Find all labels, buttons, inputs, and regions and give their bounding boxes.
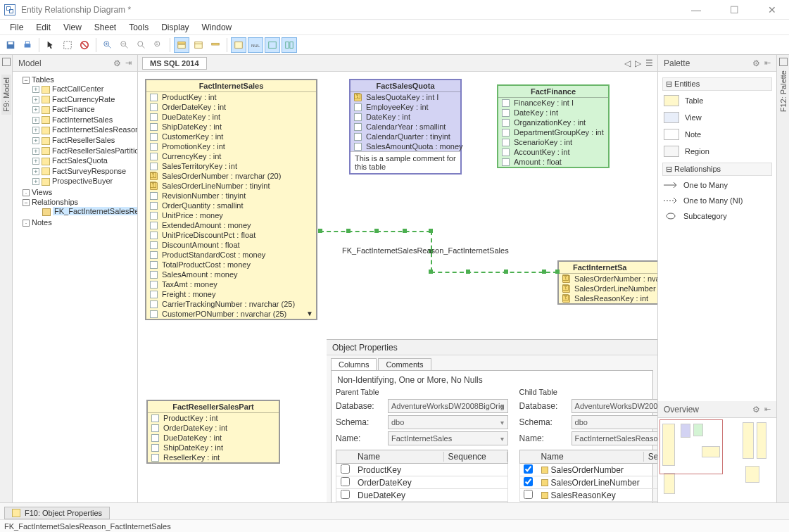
expand-icon[interactable]: + bbox=[32, 106, 39, 113]
opt1-icon[interactable] bbox=[231, 37, 246, 53]
entity-column[interactable]: ProductKey : int bbox=[148, 413, 279, 423]
tree-item-table[interactable]: FactResellerSales bbox=[52, 136, 115, 144]
handle-icon[interactable] bbox=[542, 270, 546, 274]
nav-prev-icon[interactable]: ◁ bbox=[624, 58, 631, 68]
entity-column[interactable]: CalendarQuarter : tinyint bbox=[351, 132, 460, 141]
entity-column[interactable]: SalesQuotaKey : int I bbox=[351, 92, 460, 102]
pin-icon[interactable]: ⇥ bbox=[125, 58, 132, 68]
entity-column[interactable]: SalesTerritoryKey : int bbox=[146, 161, 316, 171]
entity-column[interactable]: SalesAmountQuota : money bbox=[351, 141, 460, 151]
zoom-in-icon[interactable] bbox=[100, 37, 115, 53]
entity-factinternetsales[interactable]: FactInternetSales ProductKey : intOrderD… bbox=[145, 79, 317, 320]
entity-column[interactable]: CalendarYear : smallint bbox=[351, 122, 460, 132]
menu-window[interactable]: Window bbox=[196, 21, 238, 34]
tree-item-table[interactable]: FactFinance bbox=[52, 105, 95, 113]
nav-list-icon[interactable]: ☰ bbox=[645, 58, 653, 68]
entity-column[interactable]: DiscountAmount : float bbox=[146, 240, 316, 250]
entity-column[interactable]: CustomerPONumber : nvarchar (25) bbox=[146, 309, 316, 319]
entity-factinternetsalesreason[interactable]: FactInternetSa SalesOrderNumber : nvarch… bbox=[557, 260, 657, 305]
rail-pin-icon[interactable] bbox=[779, 58, 788, 66]
entity-column[interactable]: ScenarioKey : int bbox=[498, 137, 608, 147]
expand-icon[interactable]: + bbox=[32, 178, 39, 185]
expand-icon[interactable]: + bbox=[32, 158, 39, 165]
palette-item-otm-ni[interactable]: One to Many (NI) bbox=[662, 193, 772, 208]
grid-row[interactable]: OrderDateKey bbox=[336, 476, 508, 489]
entity-column[interactable]: OrderDateKey : int bbox=[148, 423, 279, 433]
menu-file[interactable]: File bbox=[4, 21, 29, 34]
tree-item-table[interactable]: FactInternetSalesReason bbox=[52, 125, 137, 134]
entity-column[interactable]: CurrencyKey : int bbox=[146, 151, 316, 161]
bottom-tab-object-properties[interactable]: F10: Object Properties bbox=[4, 507, 110, 519]
entity-column[interactable]: SalesOrderLineNumber : tinyint bbox=[559, 284, 657, 293]
entity-column[interactable]: ProductStandardCost : money bbox=[146, 250, 316, 260]
entity-column[interactable]: PromotionKey : int bbox=[146, 141, 316, 151]
expand-arrow-icon[interactable]: ▼ bbox=[306, 310, 313, 317]
opt3-icon[interactable] bbox=[265, 37, 280, 53]
entity-column[interactable]: EmployeeKey : int bbox=[351, 102, 460, 112]
entity-column[interactable]: UnitPriceDiscountPct : float bbox=[146, 230, 316, 240]
handle-icon[interactable] bbox=[374, 229, 379, 233]
entity-factresellersalespart[interactable]: FactResellerSalesPart ProductKey : intOr… bbox=[146, 400, 280, 464]
handle-icon[interactable] bbox=[466, 270, 470, 274]
tab-columns[interactable]: Columns bbox=[331, 358, 377, 370]
pin-icon[interactable]: ⇤ bbox=[764, 405, 771, 414]
entity-column[interactable]: SalesOrderLineNumber : tinyint bbox=[146, 181, 316, 191]
entity-column[interactable]: ProductKey : int bbox=[146, 92, 316, 102]
parent-schema-combo[interactable]: dbo bbox=[388, 415, 508, 429]
menu-edit[interactable]: Edit bbox=[30, 21, 56, 34]
rail-pin-icon[interactable] bbox=[2, 58, 11, 66]
palette-item-otm[interactable]: One to Many bbox=[662, 177, 772, 193]
row-checkbox[interactable] bbox=[341, 464, 350, 474]
menu-sheet[interactable]: Sheet bbox=[89, 21, 122, 34]
print-icon[interactable] bbox=[20, 37, 35, 53]
tree-item-table[interactable]: FactCallCenter bbox=[52, 84, 103, 93]
parent-name-combo[interactable]: FactInternetSales bbox=[388, 431, 508, 445]
tree-item-table[interactable]: FactInternetSales bbox=[52, 115, 113, 124]
entity-column[interactable]: ResellerKey : int bbox=[148, 452, 279, 462]
grid-row[interactable]: ProductKey bbox=[336, 464, 508, 476]
entity-factfinance[interactable]: FactFinance FinanceKey : int IDateKey : … bbox=[497, 84, 610, 168]
entity-column[interactable]: ShipDateKey : int bbox=[148, 443, 279, 452]
show-cols-icon[interactable] bbox=[174, 37, 189, 53]
expand-icon[interactable]: + bbox=[32, 117, 39, 124]
gear-icon[interactable]: ⚙ bbox=[752, 58, 760, 68]
entity-column[interactable]: OrderDateKey : int bbox=[146, 102, 316, 112]
canvas-tab[interactable]: MS SQL 2014 bbox=[142, 57, 207, 70]
child-name-combo[interactable]: FactInternetSalesReason bbox=[572, 431, 657, 445]
handle-icon[interactable] bbox=[318, 229, 322, 233]
tree-toggle-notes[interactable]: · bbox=[23, 220, 30, 227]
handle-icon[interactable] bbox=[429, 270, 433, 274]
entity-column[interactable]: SalesOrderNumber : nvarchar bbox=[559, 274, 657, 284]
minimize-button[interactable]: — bbox=[683, 4, 709, 15]
grid-row[interactable]: SalesReasonKey bbox=[519, 489, 657, 502]
zoom-fit-icon[interactable] bbox=[134, 37, 149, 53]
menu-display[interactable]: Display bbox=[156, 21, 194, 34]
show-keys-icon[interactable] bbox=[208, 37, 223, 53]
entity-column[interactable]: Freight : money bbox=[146, 289, 316, 299]
entity-column[interactable]: DepartmentGroupKey : int bbox=[498, 127, 608, 137]
gear-icon[interactable]: ⚙ bbox=[752, 405, 760, 414]
expand-icon[interactable]: + bbox=[32, 168, 39, 175]
entity-column[interactable]: AccountKey : int bbox=[498, 147, 608, 157]
no-icon[interactable] bbox=[77, 37, 92, 53]
tree-toggle-views[interactable]: · bbox=[23, 189, 30, 196]
relationship-line[interactable] bbox=[431, 272, 557, 273]
tab-comments[interactable]: Comments bbox=[378, 358, 431, 370]
handle-icon[interactable] bbox=[504, 270, 508, 274]
entity-column[interactable]: SalesReasonKey : int bbox=[559, 293, 657, 303]
handle-icon[interactable] bbox=[403, 229, 407, 233]
entity-column[interactable]: DateKey : int bbox=[498, 108, 608, 118]
opt-nul-icon[interactable]: NUL bbox=[248, 37, 263, 53]
entity-column[interactable]: SalesAmount : money bbox=[146, 270, 316, 279]
pin-icon[interactable]: ⇤ bbox=[764, 58, 771, 68]
entity-column[interactable]: DateKey : int bbox=[351, 112, 460, 122]
tree-item-table[interactable]: FactSalesQuota bbox=[52, 156, 108, 165]
entity-column[interactable]: OrganizationKey : int bbox=[498, 118, 608, 127]
entity-column[interactable]: OrderQuantity : smallint bbox=[146, 201, 316, 210]
palette-item-region[interactable]: Region bbox=[662, 143, 772, 160]
expand-icon[interactable]: + bbox=[32, 86, 39, 93]
expand-icon[interactable]: + bbox=[32, 148, 39, 155]
expand-icon[interactable]: + bbox=[32, 96, 39, 103]
handle-icon[interactable] bbox=[555, 270, 560, 274]
entity-column[interactable]: CarrierTrackingNumber : nvarchar (25) bbox=[146, 299, 316, 309]
